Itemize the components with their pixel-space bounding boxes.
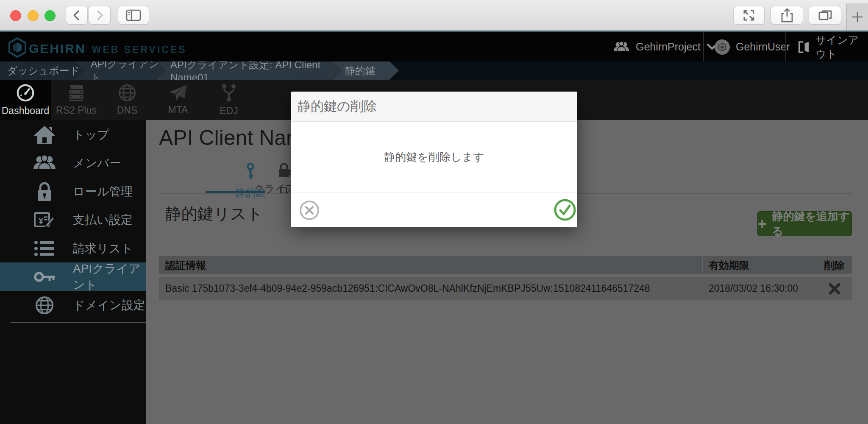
user-avatar: [715, 39, 730, 55]
macos-titlebar: [0, 0, 868, 31]
fullscreen-button[interactable]: [733, 6, 765, 25]
home-icon: [32, 126, 57, 144]
modal-title: 静的鍵の削除: [291, 92, 577, 122]
breadcrumb-item-api-clients[interactable]: APIクライアント: [75, 61, 166, 80]
gauge-icon: [16, 83, 35, 103]
modal-cancel-button[interactable]: [299, 200, 320, 221]
paper-plane-icon: [168, 84, 188, 102]
new-tab-button[interactable]: [846, 3, 868, 31]
service-rs2-plus[interactable]: RS2 Plus: [51, 80, 102, 120]
minimize-window-button[interactable]: [28, 10, 39, 21]
avatar-logo-icon: [718, 43, 726, 51]
project-name: GehirnProject: [636, 41, 701, 53]
modal-message: 静的鍵を削除します: [291, 122, 577, 192]
sidebar-item-api-clients[interactable]: APIクライアント: [0, 262, 146, 291]
modal-footer: [291, 192, 577, 227]
key-icon: [32, 268, 57, 285]
service-edj[interactable]: EDJ: [203, 80, 254, 120]
tabs-overview-icon: [818, 9, 832, 22]
sidebar-toggle-button[interactable]: [118, 6, 149, 25]
brand-suffix: WEB SERVICES: [92, 44, 187, 55]
share-button[interactable]: [771, 6, 803, 25]
gehirn-logo: [8, 37, 26, 58]
breadcrumb: ダッシュボード APIクライアント APIクライアント設定: API Clien…: [0, 61, 868, 80]
navbar-divider: [785, 32, 786, 61]
git-branch-icon: [220, 83, 237, 103]
server-icon: [67, 84, 86, 102]
service-dashboard[interactable]: Dashboard: [0, 80, 51, 120]
project-menu[interactable]: GehirnProject: [613, 32, 718, 61]
globe-icon: [32, 296, 57, 315]
sidebar-divider: [11, 322, 146, 323]
back-icon: [71, 10, 82, 21]
lock-icon: [32, 181, 57, 202]
signout-label: サインアウト: [815, 33, 868, 61]
fullscreen-icon: [743, 9, 755, 22]
service-label: Dashboard: [2, 105, 50, 117]
close-window-button[interactable]: [10, 10, 21, 21]
sidebar-item-top[interactable]: トップ: [0, 120, 146, 149]
users-icon: [32, 155, 57, 172]
x-circle-icon: [299, 200, 320, 221]
zoom-window-button[interactable]: [45, 10, 56, 21]
payment-icon: ¥: [32, 210, 57, 230]
tabs-overview-button[interactable]: [809, 6, 841, 25]
check-circle-icon: [554, 198, 576, 221]
service-label: RS2 Plus: [56, 105, 97, 116]
sidebar-item-payment[interactable]: ¥ 支払い設定: [0, 206, 146, 234]
forward-button[interactable]: [89, 6, 111, 25]
breadcrumb-item-dashboard[interactable]: ダッシュボード: [0, 61, 84, 80]
sidebar-item-roles[interactable]: ロール管理: [0, 177, 146, 206]
user-name: GehirnUser: [736, 41, 790, 53]
user-menu[interactable]: GehirnUser: [715, 32, 790, 61]
navbar-divider: [703, 32, 704, 61]
sidebar-item-domains[interactable]: ドメイン設定: [0, 291, 146, 319]
modal-confirm-button[interactable]: [554, 198, 575, 220]
service-dns[interactable]: DNS: [102, 80, 153, 120]
sidebar-toggle-icon: [126, 9, 141, 21]
breadcrumb-item-api-client-settings[interactable]: APIクライアント設定: API Client Name01: [156, 61, 342, 80]
service-label: DNS: [117, 105, 138, 116]
globe-icon: [118, 84, 136, 102]
service-label: MTA: [168, 104, 188, 116]
sidebar-item-members[interactable]: メンバー: [0, 149, 146, 177]
share-icon: [781, 8, 793, 22]
list-icon: [32, 240, 57, 257]
breadcrumb-item-static-keys[interactable]: 静的鍵: [332, 61, 399, 80]
app-navbar: GEHIRNWEB SERVICES GehirnProject GehirnU…: [0, 31, 868, 61]
delete-static-key-modal: 静的鍵の削除 静的鍵を削除します: [291, 92, 577, 227]
users-icon: [613, 41, 630, 53]
svg-text:¥: ¥: [39, 216, 44, 226]
sidebar-nav: トップ メンバー ロール管理 ¥ 支払い設定 請求リスト APIクライアント: [0, 120, 146, 424]
service-mta[interactable]: MTA: [153, 80, 203, 120]
forward-icon: [94, 10, 105, 21]
service-label: EDJ: [220, 105, 238, 117]
sidebar-item-invoices[interactable]: 請求リスト: [0, 234, 146, 262]
signout-icon: [798, 40, 810, 54]
back-button[interactable]: [66, 6, 88, 25]
new-tab-plus-icon: [851, 11, 864, 23]
brand-name: GEHIRNWEB SERVICES: [29, 42, 187, 56]
signout-button[interactable]: サインアウト: [798, 32, 868, 61]
